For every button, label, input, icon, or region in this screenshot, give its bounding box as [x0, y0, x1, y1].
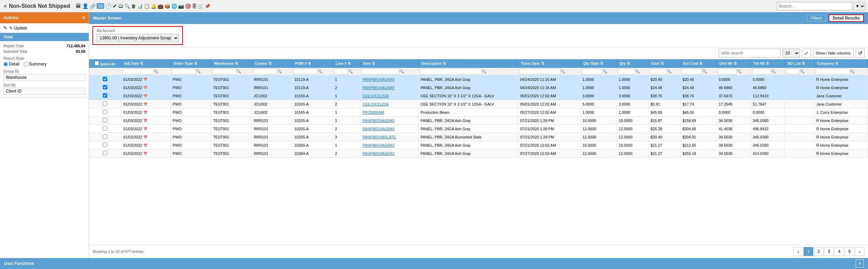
next-page-btn[interactable]: › [855, 247, 865, 256]
filter-item[interactable] [362, 69, 399, 74]
page-btn-4[interactable]: 4 [834, 247, 844, 256]
icon-cart[interactable]: 🛒 [198, 3, 203, 9]
cell-item[interactable]: PANPBR24BSLATE [360, 133, 419, 141]
icon-clipboard[interactable]: 📋 [144, 3, 150, 9]
icon-check[interactable]: ✔ [113, 3, 117, 9]
cell-item[interactable]: PANPBR24AGRAY [360, 141, 419, 149]
filter-so-list[interactable] [786, 69, 800, 74]
filter-qty[interactable] [618, 69, 635, 74]
icon-trash[interactable]: 🗑 [131, 3, 136, 9]
filter-psw[interactable] [294, 69, 318, 74]
col-company[interactable]: Company ⇅ [814, 59, 868, 68]
icon-bank[interactable]: 🏛 [76, 3, 81, 9]
icon-chart[interactable]: 📊 [137, 3, 143, 9]
user-functions-plus-btn[interactable]: + [856, 259, 864, 268]
col-custno[interactable]: Custno ⇅ [251, 59, 292, 68]
cell-select[interactable] [89, 108, 121, 117]
icon-bell[interactable]: 🔔 [151, 3, 157, 9]
table-search-input[interactable] [719, 49, 780, 58]
filter-trans-date[interactable] [519, 69, 560, 74]
filters-btn[interactable]: Filters [807, 15, 826, 22]
per-page-select[interactable]: 10 25 50 100 [782, 49, 800, 58]
col-warehouse[interactable]: Warehouse ⇅ [211, 59, 252, 68]
col-tot-wt[interactable]: Tot Wt ⇅ [751, 59, 784, 68]
detail-option[interactable]: Detail [3, 62, 20, 66]
summary-option[interactable]: Summary [24, 62, 47, 66]
page-btn-1[interactable]: 1 [804, 247, 813, 256]
col-trans-date[interactable]: Trans Date ⇅ [518, 59, 580, 68]
col-adj-date[interactable]: Adj Date ⇅ [121, 59, 170, 68]
cell-item[interactable]: PANPBR24AGRAY [360, 84, 419, 92]
cell-item[interactable]: PANPBR24AGRAY [360, 117, 419, 125]
refresh-btn[interactable]: ↺ [856, 49, 865, 58]
cell-so-list [784, 108, 814, 117]
cell-select[interactable] [89, 149, 121, 158]
global-search-input[interactable] [777, 2, 852, 10]
icon-clock[interactable]: 🕐 [105, 3, 112, 9]
page-btn-5[interactable]: 5 [845, 247, 854, 256]
col-cost[interactable]: Cost ⇅ [648, 59, 680, 68]
icon-link[interactable]: 🔗 [90, 3, 96, 9]
col-qty-start[interactable]: Qty Start ⇅ [580, 59, 617, 68]
icon-database[interactable]: 🗄 [192, 3, 197, 9]
col-qty[interactable]: Qty ⇅ [617, 59, 648, 68]
filter-warehouse[interactable] [212, 69, 236, 74]
cell-select[interactable] [89, 117, 121, 125]
icon-package[interactable]: 📦 [164, 3, 170, 9]
cell-item[interactable]: PANPBR24AGRAY [360, 149, 419, 158]
icon-search[interactable]: 🔍 [124, 3, 130, 9]
filter-ext-cost[interactable] [682, 69, 702, 74]
show-hide-columns-btn[interactable]: Show / hide columns [813, 49, 854, 58]
cell-item[interactable]: CEE10X312GA [360, 100, 419, 108]
icon-camera[interactable]: 📷 [178, 3, 184, 9]
expand-icon[interactable]: ⤢ [802, 49, 811, 58]
icon-badge[interactable]: 16 [97, 3, 104, 9]
icon-person[interactable]: 👤 [82, 3, 89, 9]
icon-globe[interactable]: 🌐 [171, 3, 177, 9]
filter-unit-wt[interactable] [718, 69, 737, 74]
col-description[interactable]: Description ⇅ [418, 59, 518, 68]
update-btn[interactable]: ✎ ✎ Update [0, 23, 89, 33]
select-all-checkbox[interactable] [95, 61, 99, 65]
col-line[interactable]: Line # ⇅ [333, 59, 360, 68]
icon-folder[interactable]: 🗂 [118, 3, 123, 9]
filter-tot-wt[interactable] [752, 69, 771, 74]
group-by-value: Warehouse [3, 74, 85, 81]
cell-select[interactable] [89, 100, 121, 108]
cell-item[interactable]: PANPBR24AGRAY [360, 75, 419, 84]
cell-select[interactable] [89, 84, 121, 92]
cell-select[interactable] [89, 141, 121, 149]
page-btn-3[interactable]: 3 [824, 247, 834, 256]
cell-select[interactable] [89, 133, 121, 141]
cell-select[interactable] [89, 125, 121, 133]
col-so-list[interactable]: SO List ⇅ [784, 59, 814, 68]
page-btn-2[interactable]: 2 [814, 247, 823, 256]
cell-item[interactable]: CEE10X312GA [360, 92, 419, 100]
col-item[interactable]: Item ⇅ [360, 59, 419, 68]
detail-results-btn[interactable]: Detail Results [829, 14, 864, 22]
filter-cost[interactable] [650, 69, 667, 74]
col-ext-cost[interactable]: Ext Cost ⇅ [680, 59, 717, 68]
filter-custno[interactable] [253, 69, 277, 74]
cell-item[interactable]: PANPBR24AGRAY [360, 125, 419, 133]
icon-briefcase[interactable]: 💼 [158, 3, 163, 9]
col-unit-wt[interactable]: Unit Wt ⇅ [717, 59, 751, 68]
cell-item[interactable]: PRODBEAM [360, 108, 419, 117]
adj-account-select[interactable]: 13991-00 | Inventory Adjustment-Scrap1 [97, 34, 179, 42]
filter-adj-date[interactable] [123, 69, 153, 74]
icon-target[interactable]: 🎯 [185, 3, 191, 9]
actions-menu-icon[interactable]: ≡ [82, 15, 85, 21]
filter-order-type[interactable] [172, 69, 196, 74]
filter-line[interactable] [334, 69, 348, 74]
cell-select[interactable] [89, 92, 121, 100]
icon-pin[interactable]: 📌 [204, 3, 210, 9]
col-select[interactable]: Select All [89, 59, 121, 68]
filter-company[interactable] [816, 69, 850, 74]
filter-qty-start[interactable] [582, 69, 603, 74]
filter-description[interactable] [420, 69, 482, 74]
prev-page-btn[interactable]: ‹ [793, 247, 803, 256]
col-psw[interactable]: PSW # ⇅ [292, 59, 333, 68]
col-order-type[interactable]: Order Type ⇅ [170, 59, 211, 68]
cell-select[interactable] [89, 75, 121, 84]
global-search-select[interactable]: ▼ [854, 2, 865, 10]
